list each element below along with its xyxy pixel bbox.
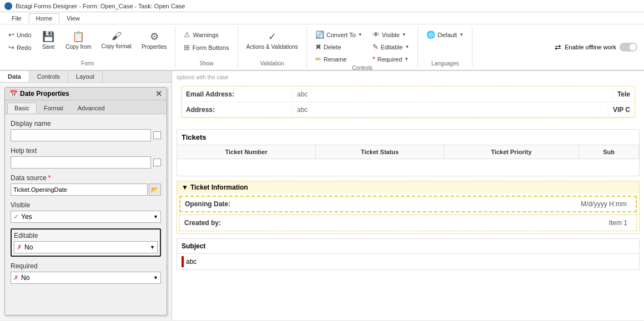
editable-select[interactable]: ✗ No ▼	[14, 241, 158, 253]
editable-ribbon-button[interactable]: ✎ Editable ▼	[369, 41, 414, 53]
panel-tab-bar: Data Controls Layout	[0, 71, 172, 83]
rename-button[interactable]: ✏ Rename	[311, 53, 366, 65]
tab-view[interactable]: View	[59, 13, 87, 23]
show-group-label: Show	[199, 60, 213, 68]
redo-icon: ↪	[8, 43, 14, 52]
ticket-info-header[interactable]: ▼ Ticket Information	[177, 181, 639, 193]
redo-button[interactable]: ↪ Redo	[4, 42, 35, 53]
display-name-checkbox[interactable]	[153, 131, 161, 139]
required-select[interactable]: ✗ No ▼	[11, 272, 161, 284]
rename-icon: ✏	[315, 55, 321, 63]
save-label: Save	[42, 44, 55, 50]
visible-check-icon: ✓	[13, 213, 19, 221]
subject-section: Subject abc	[177, 238, 640, 270]
data-source-input-row: 📂	[11, 184, 161, 196]
tickets-section-title: Tickets	[177, 130, 639, 145]
vip-label: VIP C	[608, 104, 635, 116]
required-ribbon-button[interactable]: * Required ▼	[369, 53, 414, 65]
created-by-row: Created by: Item 1	[179, 215, 637, 231]
ribbon-group-form: ↩ Undo ↪ Redo 💾 Save 📋 Copy from	[0, 27, 175, 68]
required-field-label: Required	[11, 262, 161, 270]
panel-tab-layout[interactable]: Layout	[68, 71, 103, 82]
help-text-checkbox[interactable]	[153, 159, 161, 166]
ribbon-group-languages: 🌐 Default ▼ Languages	[418, 27, 472, 68]
ribbon-content: ↩ Undo ↪ Redo 💾 Save 📋 Copy from	[0, 24, 644, 70]
main-layout: Data Controls Layout 📅 Date Properties ✕…	[0, 71, 644, 320]
date-props-close-button[interactable]: ✕	[155, 90, 162, 98]
undo-button[interactable]: ↩ Undo	[4, 29, 35, 40]
ticket-sub-cell	[579, 159, 639, 176]
save-button[interactable]: 💾 Save	[37, 29, 59, 52]
ribbon-group-show: ⚠ Warnings ⊞ Form Buttons Show	[175, 27, 238, 68]
visible-field: Visible ✓ Yes ▼	[11, 201, 161, 223]
required-icon: *	[373, 55, 375, 63]
tab-file[interactable]: File	[4, 13, 29, 23]
actions-icon: ✓	[268, 30, 276, 43]
visible-select[interactable]: ✓ Yes ▼	[11, 211, 161, 223]
dp-tab-format[interactable]: Format	[37, 103, 71, 114]
offline-label: Enable offline work	[565, 44, 616, 50]
visible-button[interactable]: 👁 Visible ▼	[369, 29, 414, 40]
editable-dropdown-arrow: ▼	[405, 44, 409, 49]
subject-value-row: abc	[177, 254, 639, 269]
editable-value: ✗ No	[17, 243, 33, 251]
properties-button[interactable]: ⚙ Properties	[138, 29, 171, 52]
convert-to-button[interactable]: 🔄 Convert To ▼	[311, 29, 366, 40]
right-panel: options with the case Email Address: abc…	[172, 71, 644, 320]
form-buttons-button[interactable]: ⊞ Form Buttons	[180, 42, 233, 53]
offline-icon: ⇄	[555, 43, 561, 52]
data-source-input[interactable]	[11, 184, 148, 196]
data-source-label: Data source *	[11, 174, 161, 182]
default-language-button[interactable]: 🌐 Default ▼	[422, 29, 467, 40]
dp-tab-advanced[interactable]: Advanced	[71, 103, 112, 114]
delete-button[interactable]: ✖ Delete	[311, 41, 366, 53]
offline-group: ⇄ Enable offline work	[548, 27, 644, 68]
required-field: Required ✗ No ▼	[11, 262, 161, 284]
ribbon-tab-bar: File Home View	[0, 12, 644, 24]
actions-validations-button[interactable]: ✓ Actions & Validations	[243, 29, 302, 52]
visible-icon: 👁	[373, 30, 380, 39]
form-canvas: options with the case Email Address: abc…	[172, 71, 644, 320]
copy-format-label: Copy format	[101, 43, 131, 49]
ticket-info-section: ▼ Ticket Information Opening Date: M/d/y…	[177, 181, 640, 234]
language-dropdown-arrow: ▼	[459, 32, 464, 37]
copy-from-label: Copy from	[66, 44, 91, 50]
validation-group-buttons: ✓ Actions & Validations	[243, 27, 302, 60]
opening-date-label: Opening Date:	[185, 200, 274, 208]
col-ticket-status: Ticket Status	[316, 145, 444, 159]
actions-label: Actions & Validations	[246, 44, 298, 50]
contact-hint: options with the case	[177, 73, 640, 81]
panel-tab-controls[interactable]: Controls	[29, 71, 68, 82]
tab-home[interactable]: Home	[29, 13, 59, 24]
data-source-field: Data source * 📂	[11, 174, 161, 196]
copy-format-button[interactable]: 🖌 Copy format	[97, 29, 135, 51]
email-address-value: abc	[293, 88, 612, 100]
app-icon	[4, 2, 12, 10]
visible-field-label: Visible	[11, 201, 161, 209]
undo-redo-stack: ↩ Undo ↪ Redo	[4, 29, 35, 53]
date-props-header: 📅 Date Properties ✕	[5, 88, 167, 100]
contact-section: options with the case Email Address: abc…	[172, 71, 644, 125]
help-text-input[interactable]	[11, 156, 151, 169]
visible-value: ✓ Yes	[13, 213, 32, 221]
show-stack: ⚠ Warnings ⊞ Form Buttons	[180, 29, 233, 53]
address-value: abc	[293, 104, 608, 116]
copy-from-button[interactable]: 📋 Copy from	[62, 29, 95, 52]
dp-tab-basic[interactable]: Basic	[7, 103, 37, 114]
data-source-browse-button[interactable]: 📂	[149, 184, 161, 196]
editable-icon: ✎	[373, 43, 379, 51]
subject-value: abc	[186, 258, 197, 266]
warnings-button[interactable]: ⚠ Warnings	[180, 29, 233, 40]
address-label: Address:	[182, 104, 293, 116]
show-group-buttons: ⚠ Warnings ⊞ Form Buttons	[180, 27, 233, 60]
table-row	[177, 159, 639, 176]
display-name-input[interactable]	[11, 129, 151, 141]
convert-icon: 🔄	[315, 30, 324, 39]
editable-label: Editable	[381, 44, 403, 50]
form-buttons-icon: ⊞	[184, 43, 190, 52]
visible-label: Visible	[382, 32, 400, 38]
panel-tab-data[interactable]: Data	[0, 71, 29, 82]
required-dropdown-arrow: ▼	[404, 57, 409, 62]
data-source-required-star: *	[48, 174, 51, 182]
offline-toggle[interactable]	[620, 43, 637, 52]
